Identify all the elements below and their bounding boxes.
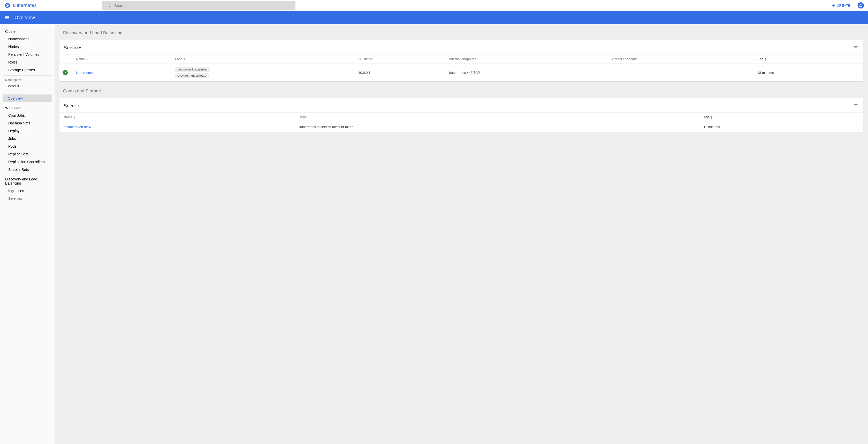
topbar: kubernetes CREATE <box>0 0 868 11</box>
table-row: kubernetes component: apiserver provider… <box>59 64 863 81</box>
service-labels: component: apiserver provider: kubernete… <box>172 64 355 81</box>
col-age[interactable]: Age▲▼ <box>754 55 852 64</box>
service-age: 13 minutes <box>754 64 852 81</box>
col-name[interactable]: Name▲▼ <box>59 112 296 122</box>
svg-point-10 <box>858 74 859 74</box>
user-avatar[interactable] <box>858 2 864 8</box>
sidebar-item-overview[interactable]: Overview <box>3 95 52 102</box>
sidebar-item-persistent-volumes[interactable]: Persistent Volumes <box>0 50 55 58</box>
page-title: Overview <box>14 15 35 21</box>
filter-icon[interactable] <box>853 103 858 108</box>
col-type[interactable]: Type <box>296 112 701 122</box>
svg-point-13 <box>858 128 859 129</box>
sidebar-heading-dlb: Discovery and Load Balancing <box>0 175 55 187</box>
table-row: default-token-fcr87 kubernetes.io/servic… <box>59 122 863 132</box>
status-ok-icon <box>63 70 68 75</box>
svg-point-12 <box>858 127 859 127</box>
label-chip: component: apiserver <box>175 67 210 72</box>
brand[interactable]: kubernetes <box>4 2 102 8</box>
topbar-actions: CREATE <box>831 2 864 8</box>
sidebar-item-roles[interactable]: Roles <box>0 58 55 66</box>
create-button[interactable]: CREATE <box>831 3 850 8</box>
chevron-down-icon <box>26 85 29 87</box>
col-cluster-ip[interactable]: Cluster IP <box>355 55 446 64</box>
sidebar-item-daemon-sets[interactable]: Daemon Sets <box>0 119 55 127</box>
sidebar-item-deployments[interactable]: Deployments <box>0 127 55 135</box>
sidebar: Cluster Namespaces Nodes Persistent Volu… <box>0 24 55 444</box>
svg-point-9 <box>858 72 859 73</box>
namespace-value: default <box>8 84 19 88</box>
sort-icon: ▲▼ <box>711 116 713 119</box>
sort-icon: ▲▼ <box>764 58 767 61</box>
sidebar-item-storage-classes[interactable]: Storage Classes <box>0 66 55 74</box>
col-external-ep[interactable]: External endpoints <box>607 55 754 64</box>
secrets-card-title: Secrets <box>64 103 80 109</box>
section-title-dlb: Discovery and Load Balancing <box>63 30 863 36</box>
sidebar-heading-cluster: Cluster <box>0 28 55 35</box>
sort-icon: ▲▼ <box>86 58 88 61</box>
search-input[interactable] <box>114 3 291 8</box>
sidebar-item-stateful-sets[interactable]: Stateful Sets <box>0 166 55 173</box>
menu-icon[interactable] <box>4 15 10 21</box>
kubernetes-logo-icon <box>4 2 10 8</box>
sort-icon: ▲▼ <box>74 116 76 119</box>
namespace-select[interactable]: default <box>8 83 29 91</box>
col-labels[interactable]: Labels <box>172 55 355 64</box>
services-card-title: Services <box>64 45 83 50</box>
brand-name: kubernetes <box>13 3 37 8</box>
secret-age: 12 minutes <box>701 122 852 132</box>
titlebar: Overview <box>0 11 868 24</box>
secrets-card: Secrets Name▲▼ Type Age▲▼ default-token-… <box>59 98 863 132</box>
namespace-label: Namespace <box>0 77 55 83</box>
col-age[interactable]: Age▲▼ <box>701 112 852 122</box>
service-cluster-ip: 10.0.0.1 <box>355 64 446 81</box>
row-menu-button[interactable] <box>852 122 863 132</box>
plus-icon <box>831 3 836 8</box>
service-name-link[interactable]: kubernetes <box>76 71 93 75</box>
sidebar-heading-workloads: Workloads <box>0 104 55 111</box>
sidebar-item-pods[interactable]: Pods <box>0 142 55 150</box>
services-table: Name▲▼ Labels Cluster IP Internal endpoi… <box>59 54 863 81</box>
search-box[interactable] <box>102 1 296 10</box>
create-label: CREATE <box>837 4 850 7</box>
service-internal-ep: kubernetes:443 TCP <box>446 64 607 81</box>
label-chip: provider: kubernetes <box>175 73 208 78</box>
service-external-ep: - <box>607 64 754 81</box>
sidebar-item-namespaces[interactable]: Namespaces <box>0 35 55 43</box>
sidebar-item-ingresses[interactable]: Ingresses <box>0 187 55 195</box>
content: Discovery and Load Balancing Services Na… <box>55 24 868 444</box>
search-icon <box>106 3 111 8</box>
filter-icon[interactable] <box>853 45 858 50</box>
svg-point-8 <box>858 71 859 71</box>
divider <box>854 3 854 8</box>
sidebar-item-jobs[interactable]: Jobs <box>0 135 55 142</box>
secrets-table: Name▲▼ Type Age▲▼ default-token-fcr87 ku… <box>59 112 863 132</box>
sidebar-item-replication-controllers[interactable]: Replication Controllers <box>0 158 55 166</box>
sidebar-item-replica-sets[interactable]: Replica Sets <box>0 150 55 158</box>
secret-name-link[interactable]: default-token-fcr87 <box>64 125 92 129</box>
sidebar-item-services[interactable]: Services <box>0 195 55 202</box>
svg-point-11 <box>858 125 859 126</box>
col-internal-ep[interactable]: Internal endpoints <box>446 55 607 64</box>
sidebar-item-cron-jobs[interactable]: Cron Jobs <box>0 111 55 119</box>
secret-type: kubernetes.io/service-account-token <box>296 122 701 132</box>
services-card: Services Name▲▼ Labels Cluster IP Intern… <box>59 40 863 81</box>
row-menu-button[interactable] <box>852 64 863 81</box>
sidebar-item-nodes[interactable]: Nodes <box>0 43 55 50</box>
col-name[interactable]: Name▲▼ <box>73 55 172 64</box>
section-title-cfg: Config and Storage <box>63 89 863 94</box>
divider <box>4 75 51 76</box>
